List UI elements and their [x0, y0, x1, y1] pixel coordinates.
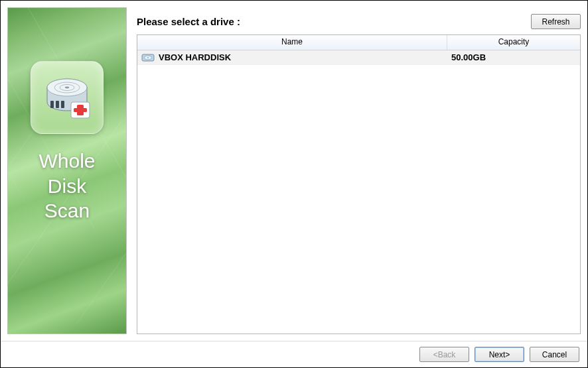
- back-button[interactable]: <Back: [419, 347, 469, 362]
- cell-capacity: 50.00GB: [447, 52, 580, 62]
- column-header-capacity[interactable]: Capacity: [447, 35, 580, 50]
- refresh-button[interactable]: Refresh: [531, 14, 581, 29]
- main-area: Whole Disk Scan Please select a drive : …: [1, 1, 587, 341]
- table-header: Name Capacity: [137, 35, 580, 50]
- svg-rect-7: [61, 101, 64, 108]
- sidebar-panel: Whole Disk Scan: [7, 7, 127, 334]
- svg-rect-6: [56, 101, 59, 108]
- footer-bar: <Back Next> Cancel: [1, 341, 587, 367]
- table-body: VBOX HARDDISK 50.00GB: [137, 50, 580, 334]
- cell-name: VBOX HARDDISK: [137, 52, 447, 63]
- harddisk-icon: [141, 52, 155, 63]
- next-button[interactable]: Next>: [475, 347, 524, 362]
- svg-point-4: [65, 86, 69, 88]
- feature-icon-container: [31, 61, 104, 134]
- drive-name-text: VBOX HARDDISK: [159, 52, 231, 62]
- cancel-button[interactable]: Cancel: [530, 347, 579, 362]
- drive-table: Name Capacity: [137, 34, 581, 334]
- table-row[interactable]: VBOX HARDDISK 50.00GB: [137, 50, 580, 65]
- dialog-frame: Whole Disk Scan Please select a drive : …: [0, 0, 588, 368]
- svg-rect-5: [50, 101, 54, 108]
- svg-point-13: [147, 57, 149, 58]
- column-header-name[interactable]: Name: [137, 35, 447, 50]
- content-panel: Please select a drive : Refresh Name Cap…: [137, 7, 581, 334]
- prompt-label: Please select a drive :: [137, 16, 240, 27]
- sidebar-title: Whole Disk Scan: [38, 149, 95, 223]
- harddisk-scan-icon: [40, 70, 94, 125]
- header-row: Please select a drive : Refresh: [137, 7, 581, 34]
- svg-rect-10: [74, 108, 87, 112]
